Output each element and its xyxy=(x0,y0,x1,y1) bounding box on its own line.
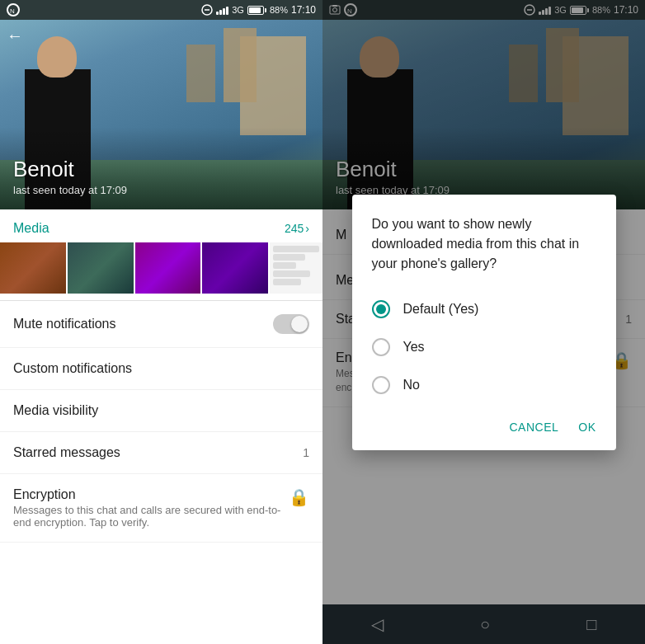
left-content: Media 245 › Mute notification xyxy=(0,209,322,644)
radio-inner-default-yes xyxy=(376,304,386,314)
radio-label-no: No xyxy=(403,378,420,393)
radio-circle-no xyxy=(372,376,390,394)
radio-option-yes[interactable]: Yes xyxy=(372,328,596,366)
media-gallery-dialog: Do you want to show newly downloaded med… xyxy=(352,195,616,450)
mute-notifications-label: Mute notifications xyxy=(13,317,116,331)
media-thumb-3[interactable] xyxy=(135,242,201,294)
radio-option-no[interactable]: No xyxy=(372,366,596,404)
cancel-button[interactable]: CANCEL xyxy=(509,417,558,437)
do-not-disturb-icon xyxy=(201,4,213,16)
svg-text:N: N xyxy=(10,7,15,14)
last-seen-status: last seen today at 17:09 xyxy=(13,184,127,196)
radio-label-yes: Yes xyxy=(403,340,425,355)
ok-button[interactable]: OK xyxy=(578,417,596,437)
custom-notifications-item[interactable]: Custom notifications xyxy=(0,348,322,390)
nfc-icon: N xyxy=(7,3,20,16)
media-thumb-1[interactable] xyxy=(0,242,66,294)
media-chevron-icon: › xyxy=(305,222,309,235)
encryption-item[interactable]: Encryption Messages to this chat and cal… xyxy=(0,474,322,543)
starred-count: 1 xyxy=(303,446,309,459)
left-status-bar: N 3G 88% 17:10 xyxy=(0,0,322,20)
media-header[interactable]: Media 245 › xyxy=(0,209,322,242)
media-visibility-label: Media visibility xyxy=(13,403,98,418)
battery-label: 88% xyxy=(270,5,288,15)
status-bar-right-icons: 3G 88% 17:10 xyxy=(201,4,316,16)
left-panel: N 3G 88% 17:10 xyxy=(0,0,322,644)
radio-label-default-yes: Default (Yes) xyxy=(403,302,479,317)
signal-icon xyxy=(216,5,228,15)
encryption-label: Encryption xyxy=(13,487,289,502)
left-hero: ← Benoit last seen today at 17:09 xyxy=(0,20,322,209)
starred-messages-item[interactable]: Starred messages 1 xyxy=(0,432,322,474)
media-thumb-5[interactable] xyxy=(270,242,322,294)
radio-option-default-yes[interactable]: Default (Yes) xyxy=(372,290,596,328)
radio-circle-yes xyxy=(372,338,390,356)
lock-icon: 🔒 xyxy=(289,487,309,507)
toggle-knob xyxy=(291,316,308,332)
starred-messages-label: Starred messages xyxy=(13,445,120,460)
dialog-actions: CANCEL OK xyxy=(372,404,596,444)
media-strip[interactable] xyxy=(0,242,322,300)
carrier-label: 3G xyxy=(232,5,244,15)
mute-toggle[interactable] xyxy=(273,314,309,334)
media-visibility-item[interactable]: Media visibility xyxy=(0,390,322,432)
back-button[interactable]: ← xyxy=(7,26,23,45)
mute-notifications-item[interactable]: Mute notifications xyxy=(0,301,322,348)
dialog-overlay: Do you want to show newly downloaded med… xyxy=(322,0,645,644)
encryption-subtitle: Messages to this chat and calls are secu… xyxy=(13,504,289,529)
dialog-question: Do you want to show newly downloaded med… xyxy=(372,214,596,274)
media-thumb-4[interactable] xyxy=(202,242,268,294)
status-bar-left-icons: N xyxy=(7,3,20,16)
contact-name: Benoit xyxy=(13,157,127,182)
radio-circle-default-yes xyxy=(372,300,390,318)
media-thumb-2[interactable] xyxy=(68,242,134,294)
time-label: 17:10 xyxy=(291,4,316,16)
hero-info: Benoit last seen today at 17:09 xyxy=(13,157,127,196)
custom-notifications-label: Custom notifications xyxy=(13,361,132,376)
right-panel: N 3G 88% 17:10 xyxy=(322,0,645,644)
media-label: Media xyxy=(13,221,49,236)
media-count: 245 › xyxy=(285,222,309,235)
battery-icon xyxy=(247,6,266,15)
